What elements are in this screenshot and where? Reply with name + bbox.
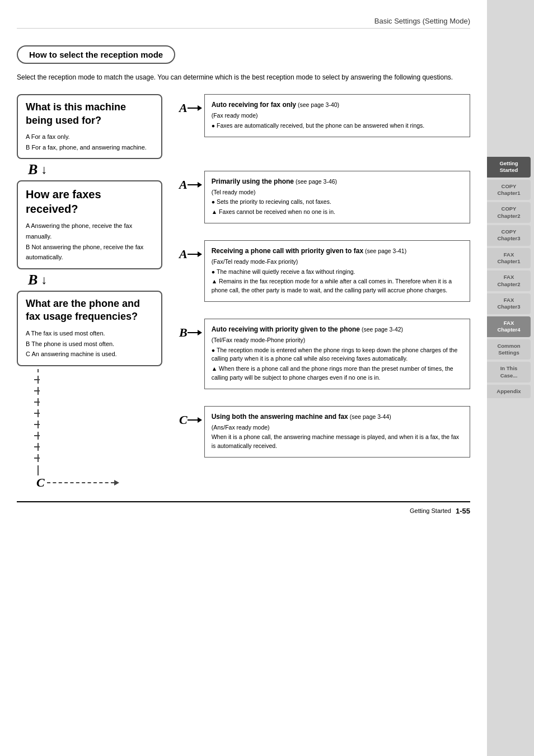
question-3-options: A The fax is used most often. B The phon… (26, 328, 153, 360)
tick-8 (34, 458, 40, 459)
info-c-title: Using both the answering machine and fax… (212, 412, 463, 422)
left-flow-column: What is this machine being used for? A F… (17, 94, 174, 490)
arrow-a1-head (198, 105, 202, 111)
dash-5 (38, 414, 39, 424)
intro-text: Select the reception mode to match the u… (17, 72, 470, 83)
c-arrow-row (36, 469, 119, 475)
tab-getting-started[interactable]: GettingStarted (487, 157, 531, 178)
header-title: Basic Settings (Setting Mode) (374, 17, 470, 25)
section-title-box: How to select the reception mode (17, 45, 175, 64)
down-arrow-1: B ↓ (17, 159, 47, 180)
down-arrow-symbol-2: ↓ (41, 273, 47, 287)
arrow-b-line (188, 332, 198, 333)
arrow-b-head (198, 330, 202, 335)
footer-label: Getting Started (410, 507, 451, 514)
question-2-title: How are faxes received? (26, 187, 153, 216)
arrow-a2-label: A (179, 178, 188, 192)
down-arrow-2: B ↓ (17, 269, 47, 291)
info-a3-title-main: Receiving a phone call with priority giv… (212, 247, 363, 255)
footer-page: 1-55 (456, 507, 470, 515)
info-row-c: C Using both the answering machine and f… (179, 406, 470, 458)
info-c-mode: (Ans/Fax ready mode) (212, 423, 463, 432)
down-arrow-symbol-1: ↓ (41, 162, 47, 177)
dashed-path-container: C (17, 369, 119, 490)
info-c-title-suffix: (see page 3-44) (348, 413, 391, 420)
info-box-a3: Receiving a phone call with priority giv… (204, 240, 470, 302)
arrow-a2-line (188, 184, 198, 185)
tab-in-this-case[interactable]: In ThisCase... (487, 362, 531, 382)
tick-7 (34, 446, 40, 447)
arrow-a3-head (198, 251, 202, 257)
c-arrow-head (114, 480, 119, 486)
q3-option-a: A The fax is used most often. (26, 328, 153, 339)
dash-6 (38, 425, 39, 435)
tick-4 (34, 413, 40, 414)
arrow-a3-line (188, 254, 198, 255)
arrow-b-label-2: B (28, 272, 38, 288)
question-2-options: A Answering the phone, receive the fax m… (26, 221, 153, 263)
info-a1-title-main: Auto receiving for fax only (212, 101, 296, 109)
tab-copy-ch1[interactable]: COPYChapter1 (487, 180, 531, 200)
info-a1-bullet1: Faxes are automatically received, but th… (212, 122, 463, 130)
dash-9 (38, 459, 39, 469)
arrow-c-line (188, 419, 198, 421)
tab-copy-ch2[interactable]: COPYChapter2 (487, 202, 531, 223)
c-dashed-line (47, 482, 114, 483)
info-row-a2: A Primarily using the phone (see page 3-… (179, 171, 470, 223)
info-b-mode: (Tel/Fax ready mode-Phone priority) (212, 336, 463, 345)
flow-diagram: What is this machine being used for? A F… (17, 94, 470, 490)
right-sidebar: GettingStarted COPYChapter1 COPYChapter2… (487, 0, 534, 756)
dash-2 (38, 380, 39, 390)
arrow-a2-head (198, 182, 202, 188)
tab-fax-ch2[interactable]: FAXChapter2 (487, 270, 531, 291)
tick-5 (34, 424, 40, 425)
arrow-b-label: B (179, 325, 188, 340)
info-a1-mode: (Fax ready mode) (212, 111, 463, 120)
q2-option-a: A Answering the phone, receive the fax m… (26, 221, 153, 241)
question-box-1: What is this machine being used for? A F… (17, 94, 162, 159)
info-box-b: Auto receiving with priority given to th… (204, 319, 470, 389)
tick-2 (34, 390, 40, 391)
info-a2-title-suffix: (see page 3-46) (294, 178, 337, 185)
info-a2-mode: (Tel ready mode) (212, 188, 463, 197)
info-a3-title: Receiving a phone call with priority giv… (212, 246, 463, 256)
tab-copy-ch3[interactable]: COPYChapter3 (487, 225, 531, 246)
info-c-title-main: Using both the answering machine and fax (212, 413, 348, 421)
tick-1 (34, 379, 40, 380)
info-a3-title-suffix: (see page 3-41) (363, 248, 406, 254)
tick-6 (34, 435, 40, 436)
info-b-title: Auto receiving with priority given to th… (212, 324, 463, 334)
info-a1-title-suffix: (see page 3-40) (296, 101, 339, 108)
arrow-b-label-1: B (28, 161, 38, 178)
dash-4 (38, 403, 39, 413)
q1-option-b: B For a fax, phone, and answering machin… (26, 142, 153, 153)
arrow-c-connector: C (179, 413, 202, 427)
arrow-a1-connector: A (179, 101, 202, 115)
info-box-a1: Auto receiving for fax only (see page 3-… (204, 94, 470, 137)
info-box-a2: Primarily using the phone (see page 3-46… (204, 171, 470, 223)
tab-fax-ch4[interactable]: FAXChapter4 (487, 316, 531, 337)
tab-common-settings[interactable]: CommonSettings (487, 339, 531, 360)
arrow-c-label-right: C (179, 413, 188, 427)
q2-option-b: B Not answering the phone, receive the f… (26, 242, 153, 263)
info-a2-bullet2: Faxes cannot be received when no one is … (212, 208, 463, 217)
info-row-a3: A Receiving a phone call with priority g… (179, 240, 470, 302)
info-a3-bullet2: Remains in the fax reception mode for a … (212, 277, 463, 295)
tab-fax-ch1[interactable]: FAXChapter1 (487, 248, 531, 269)
question-1-title: What is this machine being used for? (26, 101, 153, 127)
arrow-a1-label: A (179, 101, 188, 115)
tab-fax-ch3[interactable]: FAXChapter3 (487, 293, 531, 314)
q3-option-b: B The phone is used most often. (26, 339, 153, 349)
arrow-b-connector: B (179, 325, 202, 340)
info-a3-mode: (Fax/Tel ready mode-Fax priority) (212, 258, 463, 267)
tab-appendix[interactable]: Appendix (487, 385, 531, 398)
arrow-c-head (198, 417, 202, 423)
info-a1-title: Auto receiving for fax only (see page 3-… (212, 100, 463, 110)
dashed-segments (36, 369, 119, 469)
arrow-a1-line (188, 108, 198, 109)
dash-8 (38, 447, 39, 458)
main-page: Basic Settings (Setting Mode) How to sel… (0, 0, 487, 756)
question-1-options: A For a fax only. B For a fax, phone, an… (26, 132, 153, 152)
dash-3 (38, 391, 39, 402)
question-3-title: What are the phone and fax usage frequen… (26, 297, 153, 324)
